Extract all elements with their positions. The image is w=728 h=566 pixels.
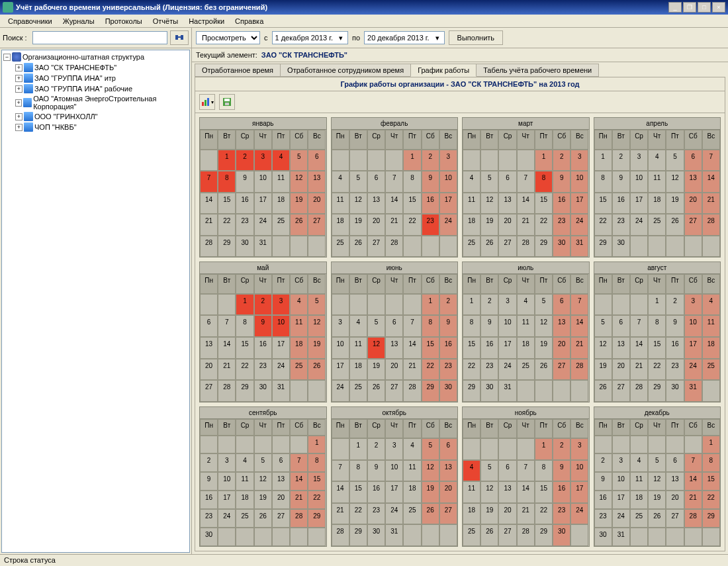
- day-cell[interactable]: 8: [308, 453, 326, 472]
- day-cell[interactable]: 22: [535, 214, 553, 236]
- day-cell[interactable]: 13: [272, 472, 290, 491]
- day-cell[interactable]: 27: [200, 380, 218, 402]
- day-cell[interactable]: 27: [498, 524, 516, 546]
- day-cell[interactable]: 14: [702, 171, 720, 193]
- execute-button[interactable]: Выполнить: [449, 30, 503, 45]
- day-cell[interactable]: 25: [648, 214, 666, 236]
- day-cell[interactable]: 21: [570, 337, 588, 359]
- menu-item[interactable]: Справка: [230, 16, 269, 26]
- day-cell[interactable]: 3: [439, 150, 457, 171]
- dropdown-icon[interactable]: ▾: [337, 34, 345, 42]
- day-cell[interactable]: 16: [553, 481, 570, 503]
- day-cell[interactable]: 24: [218, 509, 236, 528]
- day-cell[interactable]: 3: [498, 294, 516, 316]
- day-cell[interactable]: 15: [594, 193, 612, 214]
- day-cell[interactable]: 30: [553, 524, 570, 546]
- day-cell[interactable]: 26: [308, 359, 326, 381]
- day-cell[interactable]: 23: [553, 214, 570, 236]
- day-cell[interactable]: 22: [349, 503, 367, 525]
- day-cell[interactable]: 21: [517, 214, 535, 236]
- day-cell[interactable]: 8: [594, 171, 612, 193]
- day-cell[interactable]: 10: [254, 171, 272, 193]
- day-cell[interactable]: 1: [702, 436, 720, 454]
- day-cell[interactable]: 29: [308, 509, 326, 528]
- day-cell[interactable]: 2: [200, 453, 218, 472]
- day-cell[interactable]: 5: [308, 294, 326, 316]
- day-cell[interactable]: 10: [630, 171, 648, 193]
- day-cell[interactable]: 16: [439, 337, 457, 359]
- day-cell[interactable]: 12: [349, 193, 367, 214]
- day-cell[interactable]: 26: [480, 236, 498, 258]
- day-cell[interactable]: 10: [332, 337, 349, 359]
- tree-item[interactable]: +ЗАО "СК ТРАНСНЕФТЬ": [3, 62, 188, 73]
- day-cell[interactable]: 24: [612, 509, 630, 528]
- day-cell[interactable]: 12: [480, 481, 498, 503]
- export-button[interactable]: ▾: [199, 94, 215, 110]
- search-button[interactable]: [170, 30, 189, 45]
- day-cell[interactable]: 6: [684, 150, 702, 171]
- day-cell[interactable]: 29: [702, 509, 720, 528]
- day-cell[interactable]: 23: [236, 214, 253, 236]
- day-cell[interactable]: 27: [666, 509, 684, 528]
- day-cell[interactable]: 18: [702, 337, 720, 359]
- day-cell[interactable]: 5: [349, 171, 367, 193]
- day-cell[interactable]: 14: [385, 193, 403, 214]
- day-cell[interactable]: 28: [218, 380, 236, 402]
- day-cell[interactable]: 4: [272, 150, 290, 171]
- dropdown-icon[interactable]: ▾: [433, 34, 441, 42]
- day-cell[interactable]: 20: [385, 359, 403, 381]
- day-cell[interactable]: 8: [349, 460, 367, 482]
- expand-icon[interactable]: +: [15, 124, 23, 131]
- day-cell[interactable]: 19: [254, 491, 272, 509]
- day-cell[interactable]: 21: [702, 193, 720, 214]
- day-cell[interactable]: 19: [594, 359, 612, 381]
- day-cell[interactable]: 6: [498, 460, 516, 482]
- expand-icon[interactable]: +: [15, 85, 23, 93]
- day-cell[interactable]: 3: [630, 150, 648, 171]
- day-cell[interactable]: 21: [684, 491, 702, 509]
- day-cell[interactable]: 4: [463, 171, 480, 193]
- day-cell[interactable]: 31: [570, 236, 588, 258]
- day-cell[interactable]: 8: [648, 315, 666, 337]
- day-cell[interactable]: 5: [648, 453, 666, 472]
- day-cell[interactable]: 4: [349, 315, 367, 337]
- day-cell[interactable]: 19: [535, 337, 553, 359]
- day-cell[interactable]: 31: [254, 236, 272, 258]
- day-cell[interactable]: 3: [332, 315, 349, 337]
- day-cell[interactable]: 21: [630, 359, 648, 381]
- day-cell[interactable]: 23: [254, 359, 272, 381]
- day-cell[interactable]: 5: [254, 453, 272, 472]
- day-cell[interactable]: 15: [463, 337, 480, 359]
- day-cell[interactable]: 7: [200, 171, 218, 193]
- day-cell[interactable]: 11: [463, 193, 480, 214]
- day-cell[interactable]: 17: [570, 481, 588, 503]
- day-cell[interactable]: 18: [236, 491, 253, 509]
- day-cell[interactable]: 24: [630, 214, 648, 236]
- day-cell[interactable]: 27: [612, 380, 630, 402]
- day-cell[interactable]: 21: [385, 214, 403, 236]
- tree-item[interactable]: +ЧОП "НКВБ": [3, 122, 188, 132]
- day-cell[interactable]: 20: [498, 214, 516, 236]
- save-button[interactable]: [219, 94, 235, 110]
- day-cell[interactable]: 25: [517, 359, 535, 381]
- day-cell[interactable]: 4: [463, 460, 480, 482]
- day-cell[interactable]: 30: [254, 380, 272, 402]
- day-cell[interactable]: 18: [463, 214, 480, 236]
- day-cell[interactable]: 17: [570, 193, 588, 214]
- day-cell[interactable]: 10: [498, 315, 516, 337]
- day-cell[interactable]: 19: [367, 359, 385, 381]
- day-cell[interactable]: 18: [517, 337, 535, 359]
- day-cell[interactable]: 5: [594, 315, 612, 337]
- day-cell[interactable]: 16: [480, 337, 498, 359]
- day-cell[interactable]: 8: [218, 171, 236, 193]
- day-cell[interactable]: 11: [349, 337, 367, 359]
- day-cell[interactable]: 15: [535, 193, 553, 214]
- day-cell[interactable]: 18: [630, 491, 648, 509]
- day-cell[interactable]: 16: [236, 193, 253, 214]
- day-cell[interactable]: 13: [439, 460, 457, 482]
- day-cell[interactable]: 28: [290, 509, 308, 528]
- day-cell[interactable]: 3: [570, 150, 588, 171]
- day-cell[interactable]: 29: [463, 380, 480, 402]
- day-cell[interactable]: 11: [272, 171, 290, 193]
- day-cell[interactable]: 7: [630, 315, 648, 337]
